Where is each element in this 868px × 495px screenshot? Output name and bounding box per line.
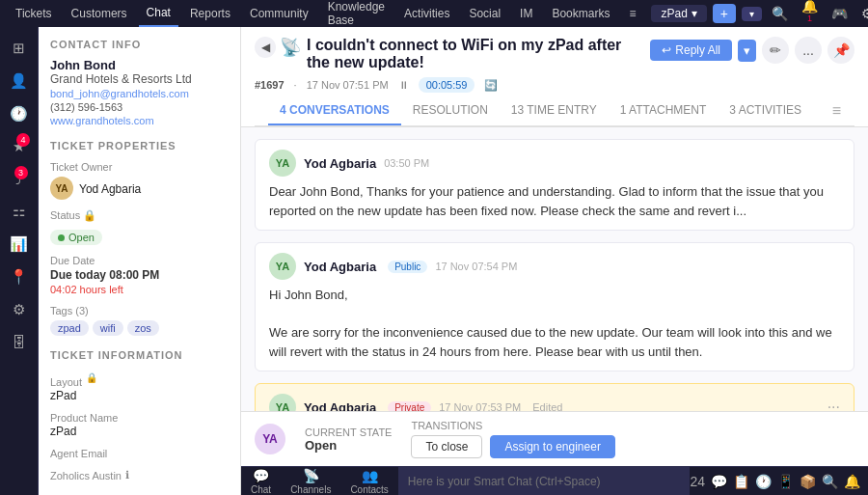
nav-tickets[interactable]: Tickets xyxy=(8,0,60,27)
tag-wifi[interactable]: wifi xyxy=(93,320,123,336)
owner-avatar: YA xyxy=(50,177,73,200)
layout-label-row: Layout 🔒 xyxy=(50,367,229,388)
message-3: YA Yod Agbaria Private 17 Nov 07:53 PM E… xyxy=(255,383,854,411)
nav-activities[interactable]: Activities xyxy=(396,0,457,27)
due-date-label: Due Date xyxy=(50,255,229,266)
msg3-badge: Private xyxy=(388,401,431,412)
tab-time-entry[interactable]: 13 TIME ENTRY xyxy=(500,96,609,125)
person-sidebar-icon[interactable]: 👤 xyxy=(5,68,33,95)
bottom-contacts-item[interactable]: 👥 Contacts xyxy=(340,467,397,495)
icon-sidebar: ⊞ 👤 🕐 ★4 ⤴3 ⚏ 📊 📍 ⚙ 🗄 xyxy=(0,27,39,495)
bottom-right-icons: 24 💬 📋 🕐 📱 📦 🔍 🔔 xyxy=(690,474,868,489)
zpad-button[interactable]: zPad ▾ xyxy=(651,5,706,22)
state-bar: YA CURRENT STATE Open TRANSITIONS To clo… xyxy=(241,411,868,466)
package-icon[interactable]: 📦 xyxy=(800,474,816,489)
assign-engineer-button[interactable]: Assign to engineer xyxy=(490,435,614,458)
clock-sidebar-icon[interactable]: 🕐 xyxy=(5,100,33,127)
product-name-label: Product Name xyxy=(50,412,229,424)
bottom-channels-item[interactable]: 📡 Channels xyxy=(281,467,340,495)
nav-overflow[interactable]: ≡ xyxy=(621,0,643,27)
zpad-chevron-icon: ▾ xyxy=(692,7,697,20)
refresh-icon[interactable]: 🔄 xyxy=(484,79,498,92)
tab-activities[interactable]: 3 ACTIVITIES xyxy=(718,96,813,125)
more-button[interactable]: ... xyxy=(795,37,822,64)
database-sidebar-icon[interactable]: 🗄 xyxy=(7,329,31,355)
product-name-value: zPad xyxy=(50,425,229,438)
tab-conversations[interactable]: 4 CONVERSATIONS xyxy=(268,96,401,125)
grid-sidebar-icon[interactable]: ⚏ xyxy=(8,198,30,225)
state-avatar: YA xyxy=(255,424,285,454)
settings2-sidebar-icon[interactable]: ⚙ xyxy=(8,296,30,323)
ticket-meta: #1697 · 17 Nov 07:51 PM ⏸ 00:05:59 🔄 xyxy=(255,71,854,96)
share-sidebar-icon[interactable]: ⤴3 xyxy=(11,166,28,192)
chat-input[interactable] xyxy=(398,467,691,495)
tabs-menu-icon[interactable]: ≡ xyxy=(832,102,841,120)
nav-im[interactable]: IM xyxy=(512,0,540,27)
nav-customers[interactable]: Customers xyxy=(64,0,135,27)
tickets-sidebar-icon[interactable]: ⊞ xyxy=(8,35,30,62)
settings-button[interactable]: ⚙ xyxy=(857,6,868,21)
ticket-id: #1697 xyxy=(255,79,285,91)
tag-zos[interactable]: zos xyxy=(127,320,159,336)
layout-lock-icon: 🔒 xyxy=(86,372,97,383)
notification-bottom-icon[interactable]: 🔔 xyxy=(844,474,860,489)
conversation-area: YA Yod Agbaria 03:50 PM Dear John Bond, … xyxy=(241,127,868,411)
tab-attachment[interactable]: 1 ATTACHMENT xyxy=(609,96,719,125)
chat-icon[interactable]: 💬 xyxy=(711,474,727,489)
new-item-button[interactable]: + xyxy=(713,4,736,23)
dropdown-button[interactable]: ▾ xyxy=(742,7,762,21)
chart-sidebar-icon[interactable]: 📊 xyxy=(5,231,33,258)
bottom-bar: 💬 Chat 📡 Channels 👥 Contacts 24 💬 📋 🕐 📱 … xyxy=(241,466,868,495)
game-button[interactable]: 🎮 xyxy=(827,6,852,21)
nav-knowledge[interactable]: Knowledge Base xyxy=(320,0,393,27)
transitions-label: TRANSITIONS xyxy=(411,420,614,431)
tag-zpad[interactable]: zpad xyxy=(50,320,89,336)
mobile-icon[interactable]: 📱 xyxy=(777,474,794,489)
contact-email[interactable]: bond_john@grandhotels.com xyxy=(50,88,229,99)
close-button[interactable]: To close xyxy=(411,435,482,458)
pin-button[interactable]: 📌 xyxy=(827,37,854,64)
pause-icon[interactable]: ⏸ xyxy=(398,79,409,91)
bottom-channels-icon: 📡 xyxy=(303,468,319,483)
collapse-button[interactable]: ◀ xyxy=(255,37,276,58)
search-button[interactable]: 🔍 xyxy=(768,6,792,21)
ticket-date: 17 Nov 07:51 PM xyxy=(307,79,389,91)
ticket-header: ◀ 📡 I couldn't connect to WiFi on my zPa… xyxy=(241,27,868,127)
contact-name: John Bond xyxy=(50,58,229,72)
msg2-sender: Yod Agbaria xyxy=(304,260,376,274)
ticket-owner-row: YA Yod Agbaria xyxy=(50,177,229,200)
contact-panel: CONTACT INFO John Bond Grand Hotels & Re… xyxy=(39,27,241,495)
notification-button[interactable]: 🔔1 xyxy=(798,0,822,29)
nav-chat[interactable]: Chat xyxy=(139,0,178,27)
bottom-chat-item[interactable]: 💬 Chat xyxy=(241,467,281,495)
message-1: YA Yod Agbaria 03:50 PM Dear John Bond, … xyxy=(255,139,854,231)
ticket-title: I couldn't connect to WiFi on my zPad af… xyxy=(307,37,640,71)
reply-icon: ↩ xyxy=(662,43,671,57)
nav-social[interactable]: Social xyxy=(461,0,508,27)
bottom-chat-icon: 💬 xyxy=(253,468,269,483)
more-info-row[interactable]: Zoholics Austin ℹ xyxy=(50,469,229,481)
tags-row: zpad wifi zos xyxy=(50,320,229,336)
star-sidebar-icon[interactable]: ★4 xyxy=(8,133,30,160)
tab-resolution[interactable]: RESOLUTION xyxy=(401,96,500,125)
compose-button[interactable]: ✏ xyxy=(762,37,789,64)
reply-dropdown-button[interactable]: ▾ xyxy=(738,40,756,62)
nav-reports[interactable]: Reports xyxy=(182,0,238,27)
nav-bookmarks[interactable]: Bookmarks xyxy=(544,0,617,27)
msg3-more-icon[interactable]: ··· xyxy=(827,399,840,411)
clipboard-icon[interactable]: 📋 xyxy=(733,474,749,489)
contact-company: Grand Hotels & Resorts Ltd xyxy=(50,72,229,86)
top-nav: Tickets Customers Chat Reports Community… xyxy=(0,0,868,27)
nav-community[interactable]: Community xyxy=(242,0,316,27)
current-state-label: CURRENT STATE xyxy=(305,426,392,438)
status-badge: Open xyxy=(50,230,102,245)
layout-value: zPad xyxy=(50,389,229,402)
contact-website[interactable]: www.grandhotels.com xyxy=(50,115,229,126)
owner-name: Yod Agbaria xyxy=(79,182,141,196)
location-sidebar-icon[interactable]: 📍 xyxy=(5,263,33,290)
msg1-time: 03:50 PM xyxy=(384,157,429,169)
history-icon[interactable]: 🕐 xyxy=(755,474,772,489)
msg1-body: Dear John Bond, Thanks for your patience… xyxy=(269,182,840,220)
reply-all-button[interactable]: ↩ Reply All xyxy=(650,40,732,61)
search-bottom-icon[interactable]: 🔍 xyxy=(822,474,838,489)
